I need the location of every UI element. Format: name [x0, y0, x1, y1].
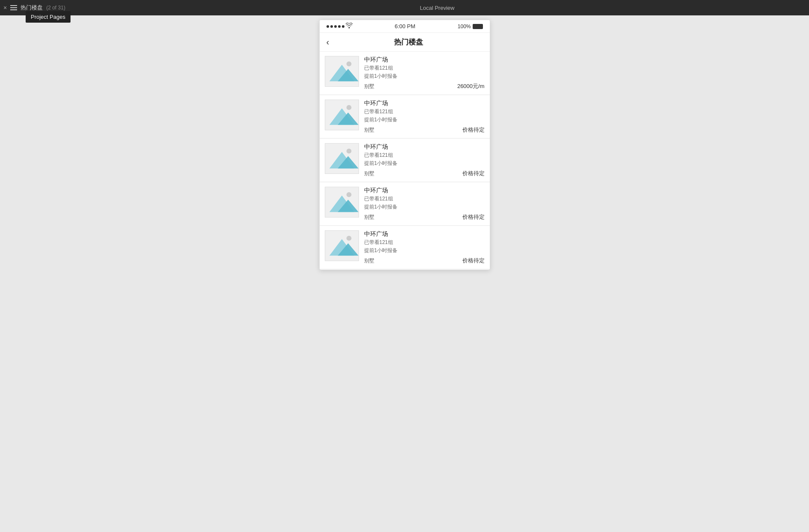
property-advance: 提前1小时报备 — [364, 160, 485, 167]
property-advance: 提前1小时报备 — [364, 116, 485, 123]
property-name: 中环广场 — [364, 100, 485, 107]
property-bottom: 别墅 价格待定 — [364, 257, 485, 265]
status-time: 6:00 PM — [394, 23, 415, 29]
signal-dot-2 — [330, 25, 333, 28]
property-seen: 已带看121组 — [364, 195, 485, 203]
list-item[interactable]: 中环广场 已带看121组 提前1小时报备 别墅 价格待定 — [320, 95, 490, 138]
property-type: 别墅 — [364, 170, 374, 177]
property-top: 中环广场 已带看121组 提前1小时报备 — [364, 100, 485, 123]
property-thumbnail — [325, 143, 359, 174]
property-type: 别墅 — [364, 214, 374, 221]
property-advance: 提前1小时报备 — [364, 247, 485, 254]
property-seen: 已带看121组 — [364, 239, 485, 246]
svg-point-3 — [346, 62, 351, 67]
property-list: 中环广场 已带看121组 提前1小时报备 别墅 26000元/m 中环广场 已带… — [320, 52, 490, 269]
local-preview-label: Local Preview — [69, 5, 806, 11]
svg-point-7 — [346, 105, 351, 110]
property-top: 中环广场 已带看121组 提前1小时报备 — [364, 187, 485, 211]
property-top: 中环广场 已带看121组 提前1小时报备 — [364, 143, 485, 167]
list-item[interactable]: 中环广场 已带看121组 提前1小时报备 别墅 26000元/m — [320, 52, 490, 95]
menu-button[interactable] — [10, 5, 17, 10]
property-info: 中环广场 已带看121组 提前1小时报备 别墅 价格待定 — [364, 187, 485, 221]
property-thumbnail — [325, 187, 359, 218]
property-price: 价格待定 — [462, 213, 485, 221]
svg-point-19 — [346, 236, 351, 241]
property-bottom: 别墅 价格待定 — [364, 170, 485, 177]
property-thumbnail — [325, 230, 359, 261]
phone-frame: 6:00 PM 100% ‹ 热门楼盘 中环广场 已带看121组 — [319, 20, 490, 270]
list-item[interactable]: 中环广场 已带看121组 提前1小时报备 别墅 价格待定 — [320, 226, 490, 269]
svg-point-11 — [346, 149, 351, 154]
nav-bar: ‹ 热门楼盘 — [320, 33, 490, 52]
list-item[interactable]: 中环广场 已带看121组 提前1小时报备 别墅 价格待定 — [320, 182, 490, 226]
page-title: 热门楼盘 — [21, 4, 43, 12]
property-advance: 提前1小时报备 — [364, 203, 485, 211]
property-info: 中环广场 已带看121组 提前1小时报备 别墅 价格待定 — [364, 230, 485, 265]
back-button[interactable]: ‹ — [327, 37, 329, 47]
property-bottom: 别墅 价格待定 — [364, 126, 485, 134]
svg-point-15 — [346, 192, 351, 197]
battery-area: 100% — [458, 24, 483, 29]
property-price: 价格待定 — [462, 257, 485, 265]
property-top: 中环广场 已带看121组 提前1小时报备 — [364, 230, 485, 254]
list-item[interactable]: 中环广场 已带看121组 提前1小时报备 别墅 价格待定 — [320, 139, 490, 182]
property-type: 别墅 — [364, 126, 374, 134]
property-top: 中环广场 已带看121组 提前1小时报备 — [364, 56, 485, 80]
property-name: 中环广场 — [364, 187, 485, 194]
battery-icon — [473, 24, 483, 29]
top-bar: × 热门楼盘 (2 of 31) Local Preview — [0, 0, 809, 15]
property-name: 中环广场 — [364, 143, 485, 151]
status-bar: 6:00 PM 100% — [320, 20, 490, 33]
property-info: 中环广场 已带看121组 提前1小时报备 别墅 26000元/m — [364, 56, 485, 90]
property-price: 价格待定 — [462, 170, 485, 177]
signal-dot-4 — [338, 25, 341, 28]
property-seen: 已带看121组 — [364, 152, 485, 159]
signal-dot-5 — [342, 25, 344, 28]
property-thumbnail — [325, 100, 359, 130]
signal-dot-1 — [327, 25, 329, 28]
signal-area — [327, 23, 353, 30]
property-advance: 提前1小时报备 — [364, 73, 485, 80]
property-price: 26000元/m — [457, 82, 485, 90]
property-type: 别墅 — [364, 83, 374, 90]
wifi-icon — [346, 23, 353, 30]
property-info: 中环广场 已带看121组 提前1小时报备 别墅 价格待定 — [364, 143, 485, 177]
property-info: 中环广场 已带看121组 提前1小时报备 别墅 价格待定 — [364, 100, 485, 134]
page-count: (2 of 31) — [46, 5, 65, 11]
property-bottom: 别墅 价格待定 — [364, 213, 485, 221]
battery-percent: 100% — [458, 24, 471, 29]
signal-dot-3 — [334, 25, 337, 28]
property-thumbnail — [325, 56, 359, 87]
property-type: 别墅 — [364, 257, 374, 265]
nav-title: 热门楼盘 — [334, 37, 482, 47]
main-content: 6:00 PM 100% ‹ 热门楼盘 中环广场 已带看121组 — [0, 15, 809, 532]
property-bottom: 别墅 26000元/m — [364, 82, 485, 90]
property-seen: 已带看121组 — [364, 65, 485, 72]
project-pages-tooltip: Project Pages — [26, 11, 71, 23]
property-seen: 已带看121组 — [364, 108, 485, 115]
property-price: 价格待定 — [462, 126, 485, 134]
property-name: 中环广场 — [364, 56, 485, 64]
property-name: 中环广场 — [364, 230, 485, 238]
close-button[interactable]: × — [3, 4, 7, 11]
